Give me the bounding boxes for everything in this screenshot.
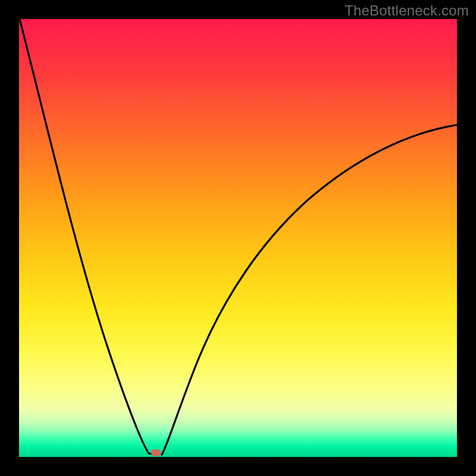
- chart-frame: TheBottleneck.com: [0, 0, 476, 476]
- bottleneck-curve: [19, 19, 457, 457]
- min-marker: [151, 449, 161, 456]
- plot-area: [19, 19, 457, 457]
- watermark-text: TheBottleneck.com: [345, 2, 469, 19]
